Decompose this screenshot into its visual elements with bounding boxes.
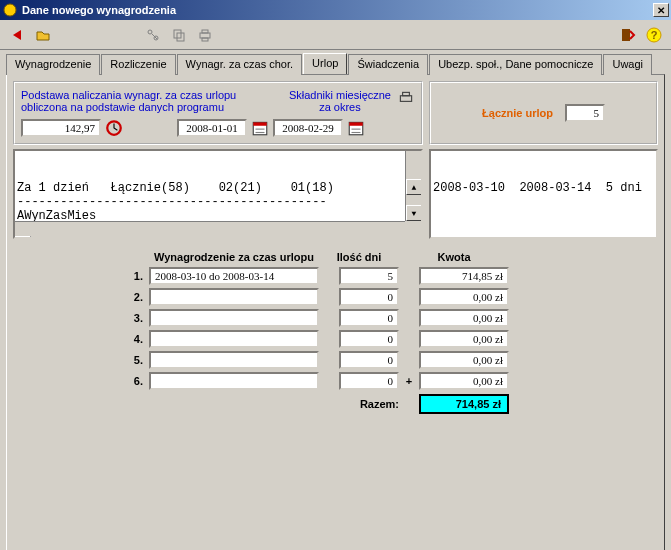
period-input-6[interactable]: [149, 372, 319, 390]
table-row: 3.: [13, 309, 658, 327]
basis-label-line1: Podstawa naliczania wynagr. za czas urlo…: [21, 89, 289, 101]
row-num: 5.: [13, 354, 149, 366]
close-button[interactable]: ✕: [653, 3, 669, 17]
days-input-3[interactable]: [339, 309, 399, 327]
base-value-input[interactable]: [21, 119, 101, 137]
scroll-corner: [405, 221, 421, 237]
amount-input-5[interactable]: [419, 351, 509, 369]
toolbar: ?: [0, 20, 671, 50]
svg-point-1: [148, 30, 152, 34]
back-button[interactable]: [6, 24, 28, 46]
svg-rect-6: [202, 30, 208, 33]
total-label: Razem:: [319, 398, 399, 410]
tab-wynagrodzenie[interactable]: Wynagrodzenie: [6, 54, 100, 75]
basis-panel: Podstawa naliczania wynagr. za czas urlo…: [13, 81, 423, 145]
total-leave-label: Łącznie urlop: [482, 107, 553, 119]
svg-rect-19: [349, 122, 363, 125]
folder-button[interactable]: [32, 24, 54, 46]
exit-button[interactable]: [617, 24, 639, 46]
scroll-up-icon[interactable]: ▲: [406, 179, 422, 195]
tab-uwagi[interactable]: Uwagi: [603, 54, 652, 75]
svg-rect-12: [403, 92, 410, 95]
amount-input-6[interactable]: [419, 372, 509, 390]
period-input-4[interactable]: [149, 330, 319, 348]
memo-left-hscroll[interactable]: ◄ ►: [15, 221, 405, 237]
svg-rect-7: [202, 38, 208, 41]
tab-wynagr-chor[interactable]: Wynagr. za czas chor.: [177, 54, 303, 75]
window-title: Dane nowego wynagrodzenia: [22, 4, 653, 16]
calendar-from-button[interactable]: [251, 119, 269, 137]
row-num: 1.: [13, 270, 149, 282]
memo-right-text: 2008-03-10 2008-03-14 5 dni: [433, 181, 654, 195]
amount-input-2[interactable]: [419, 288, 509, 306]
svg-point-0: [4, 4, 16, 16]
days-input-2[interactable]: [339, 288, 399, 306]
period-input-3[interactable]: [149, 309, 319, 327]
table-row: 5.: [13, 351, 658, 369]
date-to-input[interactable]: [273, 119, 343, 137]
memo-left[interactable]: Za 1 dzień Łącznie(58) 02(21) 01(18) ---…: [13, 149, 423, 239]
row-num: 2.: [13, 291, 149, 303]
table-row: 2.: [13, 288, 658, 306]
rows-grid: Wynagrodzenie za czas urlopu Ilość dni K…: [13, 251, 658, 414]
amount-input-3[interactable]: [419, 309, 509, 327]
tab-ubezp[interactable]: Ubezp. społ., Dane pomocnicze: [429, 54, 602, 75]
tab-content: Podstawa naliczania wynagr. za czas urlo…: [6, 74, 665, 550]
col-amount-header: Kwota: [399, 251, 509, 263]
memo-left-vscroll[interactable]: ▲ ▼: [405, 151, 421, 221]
components-label-l1: Składniki miesięczne: [289, 89, 391, 101]
days-input-4[interactable]: [339, 330, 399, 348]
amount-input-1[interactable]: [419, 267, 509, 285]
components-label-l2: za okres: [289, 101, 391, 113]
col-days-header: Ilość dni: [319, 251, 399, 263]
row-num: 3.: [13, 312, 149, 324]
copy-button[interactable]: [168, 24, 190, 46]
table-row: 1.: [13, 267, 658, 285]
app-icon: [2, 2, 18, 18]
tab-swiadczenia[interactable]: Świadczenia: [348, 54, 428, 75]
plus-sign: +: [399, 375, 419, 387]
svg-rect-11: [400, 96, 411, 102]
period-input-2[interactable]: [149, 288, 319, 306]
days-input-6[interactable]: [339, 372, 399, 390]
tab-urlop[interactable]: Urlop: [303, 53, 347, 74]
print-small-button[interactable]: [397, 89, 415, 107]
basis-label-line2: obliczona na podstawie danych programu: [21, 101, 289, 113]
svg-rect-15: [253, 122, 267, 125]
col-period-header: Wynagrodzenie za czas urlopu: [149, 251, 319, 263]
titlebar: Dane nowego wynagrodzenia ✕: [0, 0, 671, 20]
print-button[interactable]: [194, 24, 216, 46]
total-leave-input[interactable]: [565, 104, 605, 122]
row-num: 6.: [13, 375, 149, 387]
amount-input-4[interactable]: [419, 330, 509, 348]
tool-button-1[interactable]: [142, 24, 164, 46]
days-input-5[interactable]: [339, 351, 399, 369]
total-value: 714,85 zł: [419, 394, 509, 414]
help-button[interactable]: ?: [643, 24, 665, 46]
calendar-to-button[interactable]: [347, 119, 365, 137]
memo-right[interactable]: 2008-03-10 2008-03-14 5 dni: [429, 149, 658, 239]
svg-rect-5: [200, 33, 210, 38]
row-num: 4.: [13, 333, 149, 345]
period-input-5[interactable]: [149, 351, 319, 369]
recalc-button[interactable]: [105, 119, 123, 137]
total-panel: Łącznie urlop: [429, 81, 658, 145]
tab-rozliczenie[interactable]: Rozliczenie: [101, 54, 175, 75]
days-input-1[interactable]: [339, 267, 399, 285]
date-from-input[interactable]: [177, 119, 247, 137]
svg-rect-8: [622, 29, 630, 41]
period-input-1[interactable]: [149, 267, 319, 285]
table-row: 4.: [13, 330, 658, 348]
table-row: 6. +: [13, 372, 658, 390]
scroll-down-icon[interactable]: ▼: [406, 205, 422, 221]
svg-text:?: ?: [651, 29, 658, 41]
tabbar: Wynagrodzenie Rozliczenie Wynagr. za cza…: [0, 50, 671, 74]
